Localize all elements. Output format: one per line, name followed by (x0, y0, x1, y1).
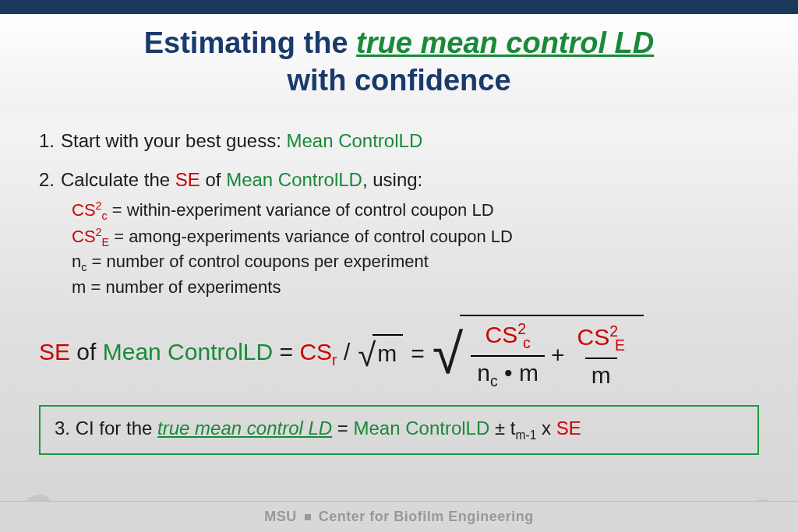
step-2: 2.Calculate the SE of Mean ControlLD, us… (39, 167, 759, 192)
def-m: m = number of experiments (72, 276, 759, 300)
formula-slash: / (337, 339, 351, 365)
definitions-block: CS2c = within-experiment variance of con… (72, 198, 759, 300)
radical-icon: √ (433, 326, 464, 382)
step-1-term: Mean ControlLD (286, 130, 422, 151)
step-1: 1.Start with your best guess: Mean Contr… (39, 129, 759, 153)
frac-1-den: nc • m (471, 355, 545, 389)
top-accent-bar (0, 0, 798, 14)
step-3-x: x (536, 417, 556, 439)
footer-left: MSU (264, 509, 297, 525)
formula-se: SE (39, 339, 70, 365)
def-cs2c-text: = within-experiment variance of control … (108, 200, 494, 220)
step-3-term: Mean ControlLD (354, 417, 490, 439)
step-2-lead: Calculate the (61, 169, 175, 190)
def-cs2c-sym: CS2c (72, 200, 108, 220)
step-3-se: SE (556, 417, 581, 439)
step-3-pm: ± t (489, 417, 515, 439)
step-2-tail: , using: (362, 169, 422, 190)
sqrt-big-arg: CS2c nc • m + CS2E m (460, 315, 644, 389)
footer-separator-icon (305, 514, 311, 520)
def-cs2e: CS2E = among-experiments variance of con… (72, 224, 759, 251)
step-3-sub: m-1 (515, 428, 536, 442)
step-3-eq: = (332, 417, 353, 439)
frac-2-den: m (585, 358, 617, 388)
def-m-sym: m (72, 277, 86, 297)
sqrt-m-arg: m (373, 334, 403, 367)
se-formula: SE of Mean ControlLD = CSr / √ m = √ CS2… (39, 316, 759, 391)
footer-bar: MSU Center for Biofilm Engineering (0, 501, 798, 532)
def-nc: nc = number of control coupons per exper… (72, 250, 759, 275)
frac-1: CS2c nc • m (471, 321, 545, 389)
def-nc-text: = number of control coupons per experime… (87, 252, 428, 271)
frac-1-num: CS2c (479, 321, 537, 354)
step-1-lead: Start with your best guess: (61, 130, 286, 151)
title-pre: Estimating the (144, 26, 356, 59)
footer-right: Center for Biofilm Engineering (319, 509, 534, 525)
step-2-mid: of (200, 169, 226, 190)
def-nc-sym: nc (72, 252, 87, 271)
step-3-box: 3. CI for the true mean control LD = Mea… (39, 405, 759, 455)
step-2-se: SE (175, 169, 200, 190)
slide-title: Estimating the true mean control LD with… (31, 25, 767, 99)
step-3-em: true mean control LD (157, 417, 332, 439)
def-cs2e-text: = among-experiments variance of control … (109, 227, 513, 246)
title-area: Estimating the true mean control LD with… (0, 14, 798, 113)
formula-of: of (70, 339, 103, 365)
step-2-term: Mean ControlLD (226, 169, 362, 190)
formula-plus: + (551, 342, 565, 368)
title-post: with confidence (287, 64, 510, 97)
formula-term: Mean ControlLD (103, 339, 273, 365)
frac-2-num: CS2E (571, 323, 632, 357)
def-m-text: = number of experiments (86, 277, 281, 297)
frac-2: CS2E m (571, 323, 632, 387)
formula-eq2: = (411, 340, 425, 367)
formula-csr: CSr (299, 339, 337, 365)
def-cs2c: CS2c = within-experiment variance of con… (72, 198, 759, 224)
formula-eq1: = (273, 339, 299, 365)
step-3-number: 3. (55, 417, 70, 439)
title-emphasis: true mean control LD (356, 26, 654, 59)
formula-lhs: SE of Mean ControlLD = CSr / (39, 339, 350, 369)
content-area: 1.Start with your best guess: Mean Contr… (0, 113, 798, 463)
step-3-lead: CI for the (70, 417, 157, 439)
def-cs2e-sym: CS2E (72, 227, 109, 246)
step-2-number: 2. (39, 167, 61, 192)
sqrt-big: √ CS2c nc • m + CS2E m (433, 316, 644, 391)
sqrt-m: √ m (358, 337, 403, 370)
step-1-number: 1. (39, 129, 61, 153)
